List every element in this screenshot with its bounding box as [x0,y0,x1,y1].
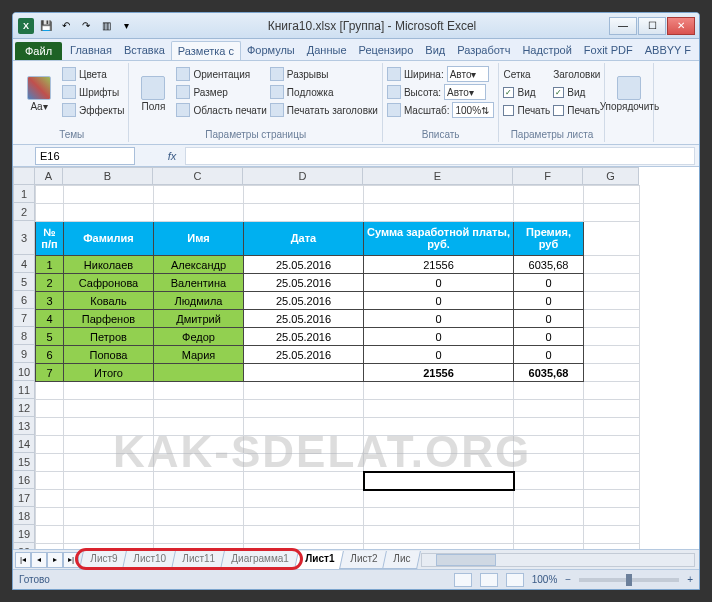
cell[interactable]: 6035,68 [514,364,584,382]
cell[interactable] [364,490,514,508]
sheet-tab[interactable]: Лист9 [79,551,128,569]
cell[interactable] [514,186,584,204]
cell[interactable]: 1 [36,256,64,274]
cell[interactable] [514,382,584,400]
cell[interactable]: 25.05.2016 [244,256,364,274]
undo-icon[interactable]: ↶ [57,17,75,35]
cell[interactable] [364,382,514,400]
cell[interactable] [154,382,244,400]
row-header[interactable]: 7 [13,309,35,327]
cell[interactable]: Фамилия [64,222,154,256]
size-button[interactable]: Размер [176,83,266,101]
cell[interactable] [244,472,364,490]
row-header[interactable]: 17 [13,489,35,507]
cell[interactable] [154,400,244,418]
sheet-nav-next[interactable]: ▸ [47,552,63,568]
margins-button[interactable]: Поля [133,65,173,123]
cell[interactable] [514,490,584,508]
cell[interactable] [64,418,154,436]
cell[interactable] [64,400,154,418]
cell[interactable]: Мария [154,346,244,364]
ribbon-tab[interactable]: Foxit PDF [578,41,639,60]
row-header[interactable]: 10 [13,363,35,381]
save-icon[interactable]: 💾 [37,17,55,35]
cell[interactable]: Сумма заработной платы, руб. [364,222,514,256]
cell[interactable] [64,490,154,508]
row-header[interactable]: 6 [13,291,35,309]
ribbon-tab[interactable]: Формулы [241,41,301,60]
row-header[interactable]: 11 [13,381,35,399]
cell[interactable]: 3 [36,292,64,310]
row-header[interactable]: 3 [13,221,35,255]
themes-button[interactable]: Aa▾ [19,65,59,123]
cell[interactable]: Попова [64,346,154,364]
cell[interactable]: 25.05.2016 [244,310,364,328]
zoom-out-button[interactable]: − [565,574,571,585]
cell[interactable] [36,526,64,544]
qat-more-icon[interactable]: ▾ [117,17,135,35]
sheet-tab[interactable]: Лист2 [339,551,388,569]
cell[interactable] [36,186,64,204]
cell[interactable]: Федор [154,328,244,346]
sheet-nav-last[interactable]: ▸| [63,552,79,568]
cell[interactable]: Парфенов [64,310,154,328]
cell[interactable]: 0 [514,292,584,310]
cell[interactable]: Александр [154,256,244,274]
cell[interactable]: № п/п [36,222,64,256]
print-area-button[interactable]: Область печати [176,101,266,119]
cell[interactable] [584,472,640,490]
cell[interactable] [364,204,514,222]
cell[interactable] [154,418,244,436]
height-combo[interactable]: Авто ▾ [444,84,486,100]
fonts-button[interactable]: Шрифты [62,83,124,101]
cell[interactable] [514,204,584,222]
cell[interactable] [364,186,514,204]
cell[interactable]: Петров [64,328,154,346]
width-combo[interactable]: Авто ▾ [447,66,489,82]
cell[interactable]: Сафронова [64,274,154,292]
cell[interactable] [584,274,640,292]
minimize-button[interactable]: — [609,17,637,35]
colors-button[interactable]: Цвета [62,65,124,83]
cell[interactable]: 25.05.2016 [244,346,364,364]
cell[interactable]: 25.05.2016 [244,328,364,346]
cell[interactable]: Валентина [154,274,244,292]
cell[interactable] [36,382,64,400]
ribbon-tab[interactable]: Вид [419,41,451,60]
sheet-tab[interactable]: Лист10 [122,551,177,569]
cell[interactable] [584,186,640,204]
row-header[interactable]: 16 [13,471,35,489]
row-header[interactable]: 14 [13,435,35,453]
row-header[interactable]: 13 [13,417,35,435]
cell[interactable] [584,436,640,454]
cell[interactable] [36,490,64,508]
excel-icon[interactable]: X [17,17,35,35]
cell[interactable]: 25.05.2016 [244,274,364,292]
cell[interactable]: 0 [364,292,514,310]
background-button[interactable]: Подложка [270,83,378,101]
cell[interactable] [154,454,244,472]
row-header[interactable]: 12 [13,399,35,417]
cell[interactable] [36,508,64,526]
column-header[interactable]: D [243,167,363,185]
cell[interactable] [154,526,244,544]
cell[interactable] [364,436,514,454]
cell[interactable] [244,490,364,508]
orientation-button[interactable]: Ориентация [176,65,266,83]
name-box[interactable]: E16 [35,147,135,165]
cell[interactable] [64,436,154,454]
row-header[interactable]: 4 [13,255,35,273]
column-header[interactable]: A [35,167,63,185]
cell[interactable]: Премия, руб [514,222,584,256]
cell[interactable] [154,364,244,382]
row-header[interactable]: 8 [13,327,35,345]
cell[interactable] [584,364,640,382]
cell[interactable]: Коваль [64,292,154,310]
cell[interactable]: 0 [514,328,584,346]
row-header[interactable]: 15 [13,453,35,471]
cell[interactable] [154,472,244,490]
cell[interactable] [584,256,640,274]
cell[interactable]: 4 [36,310,64,328]
cell[interactable] [584,454,640,472]
head-view-check[interactable]: Вид [553,83,600,101]
